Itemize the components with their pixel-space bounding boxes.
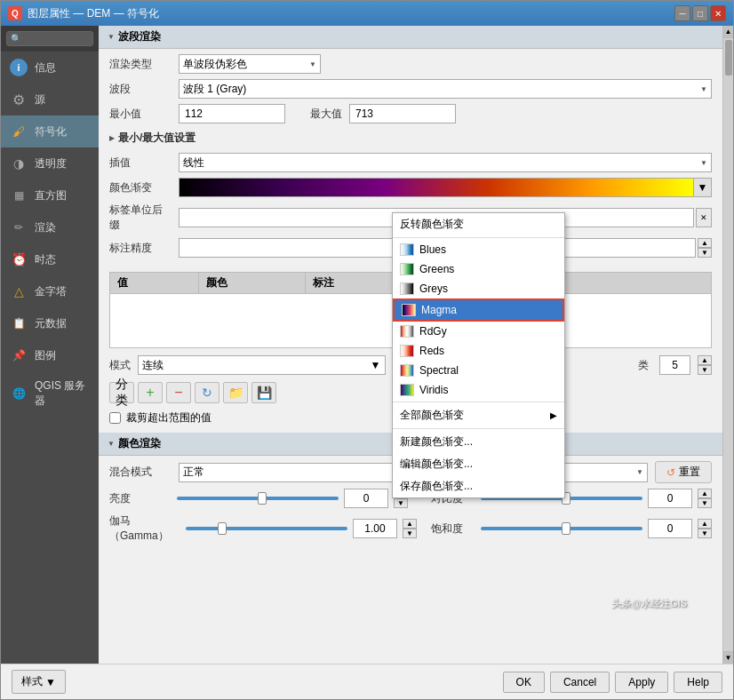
sidebar-label-info: 信息 bbox=[35, 60, 56, 76]
precision-spin-down[interactable]: ▼ bbox=[698, 248, 712, 258]
gamma-spin-down[interactable]: ▼ bbox=[403, 529, 417, 538]
sidebar-item-transparency[interactable]: ◑ 透明度 bbox=[1, 147, 99, 179]
sidebar-item-pyramid[interactable]: △ 金字塔 bbox=[1, 275, 99, 307]
interpolation-value: 线性 bbox=[183, 155, 204, 171]
precision-spin-up[interactable]: ▲ bbox=[698, 238, 712, 248]
dropdown-item-all-gradients[interactable]: 全部颜色渐变 ▶ bbox=[393, 404, 564, 426]
max-label: 最大值 bbox=[310, 107, 342, 122]
sidebar-label-symbolize: 符号化 bbox=[35, 124, 67, 139]
sidebar-item-info[interactable]: i 信息 bbox=[1, 52, 99, 84]
dropdown-item-reds[interactable]: Reds bbox=[393, 341, 564, 361]
greens-icon bbox=[400, 263, 414, 275]
sidebar-item-source[interactable]: ⚙ 源 bbox=[1, 84, 99, 115]
contrast-spin-up[interactable]: ▲ bbox=[698, 489, 712, 498]
add-button[interactable]: + bbox=[138, 382, 163, 403]
class-spin-down[interactable]: ▼ bbox=[698, 365, 712, 375]
dropdown-item-spectral[interactable]: Spectral bbox=[393, 361, 564, 380]
search-input-wrap[interactable]: 🔍 bbox=[6, 31, 93, 46]
sat-spin-up[interactable]: ▲ bbox=[698, 519, 712, 529]
dropdown-item-rdgy[interactable]: RdGy bbox=[393, 322, 564, 341]
window-title: 图层属性 — DEM — 符号化 bbox=[28, 6, 159, 21]
max-input[interactable] bbox=[349, 104, 456, 123]
mode-select[interactable]: 连续 ▼ bbox=[138, 355, 386, 375]
blend-label: 混合模式 bbox=[109, 465, 172, 480]
dropdown-item-greens[interactable]: Greens bbox=[393, 259, 564, 279]
band-select[interactable]: 波段 1 (Gray) ▼ bbox=[179, 79, 712, 99]
saturation-thumb[interactable] bbox=[562, 522, 570, 535]
class-input[interactable] bbox=[659, 355, 690, 375]
interpolation-row: 插值 线性 ▼ bbox=[109, 153, 712, 172]
gamma-spin-up[interactable]: ▲ bbox=[403, 519, 417, 529]
saturation-input[interactable] bbox=[648, 519, 692, 538]
color-render-triangle: ▼ bbox=[108, 440, 115, 448]
sidebar-label-qgis: QGIS 服务器 bbox=[35, 378, 90, 409]
sidebar-item-qgis[interactable]: 🌐 QGIS 服务器 bbox=[1, 371, 99, 416]
render-type-select[interactable]: 单波段伪彩色 ▼ bbox=[179, 54, 321, 74]
saturation-slider[interactable] bbox=[481, 527, 642, 530]
dropdown-item-viridis[interactable]: Viridis bbox=[393, 380, 564, 400]
class-spin-up[interactable]: ▲ bbox=[698, 355, 712, 365]
gamma-thumb[interactable] bbox=[218, 522, 227, 535]
dropdown-item-greys[interactable]: Greys bbox=[393, 279, 564, 298]
interp-arrow: ▼ bbox=[700, 159, 707, 167]
label-unit-clear[interactable]: ✕ bbox=[696, 208, 712, 227]
help-button[interactable]: Help bbox=[674, 672, 722, 693]
saturation-label: 饱和度 bbox=[431, 521, 475, 537]
close-button[interactable]: ✕ bbox=[710, 5, 726, 21]
symbolize-icon: 🖌 bbox=[10, 123, 28, 140]
reverse-label: 反转颜色渐变 bbox=[400, 217, 464, 232]
scroll-up-arrow[interactable]: ▲ bbox=[723, 26, 733, 38]
save-button[interactable]: 💾 bbox=[251, 382, 276, 403]
dropdown-item-reverse[interactable]: 反转颜色渐变 bbox=[393, 213, 564, 235]
scrollbar[interactable]: ▲ ▼ bbox=[722, 26, 733, 664]
gamma-slider[interactable] bbox=[186, 527, 347, 530]
dropdown-item-save-gradient[interactable]: 保存颜色渐变... bbox=[393, 475, 564, 497]
sidebar-item-time[interactable]: ⏰ 时态 bbox=[1, 243, 99, 275]
sidebar-label-metadata: 元数据 bbox=[35, 316, 67, 331]
apply-button[interactable]: Apply bbox=[615, 672, 668, 693]
scroll-down-arrow[interactable]: ▼ bbox=[723, 651, 733, 664]
sidebar-item-render[interactable]: ✏ 渲染 bbox=[1, 211, 99, 243]
edit-button[interactable]: ↻ bbox=[195, 382, 219, 403]
gamma-input[interactable] bbox=[353, 519, 397, 538]
dropdown-item-new-gradient[interactable]: 新建颜色渐变... bbox=[393, 431, 564, 453]
ok-button[interactable]: OK bbox=[503, 672, 545, 693]
interpolation-select[interactable]: 线性 ▼ bbox=[179, 153, 712, 172]
sidebar-label-legend: 图例 bbox=[35, 348, 56, 363]
sidebar-item-metadata[interactable]: 📋 元数据 bbox=[1, 307, 99, 339]
brightness-thumb[interactable] bbox=[258, 492, 267, 505]
cancel-button[interactable]: Cancel bbox=[550, 672, 610, 693]
brightness-slider-wrap bbox=[177, 497, 339, 500]
sidebar-item-histogram[interactable]: ▦ 直方图 bbox=[1, 179, 99, 211]
sidebar-item-symbolize[interactable]: 🖌 符号化 bbox=[1, 115, 99, 147]
bright-spin-down[interactable]: ▼ bbox=[394, 498, 408, 508]
style-button[interactable]: 样式 ▼ bbox=[12, 670, 66, 694]
folder-button[interactable]: 📁 bbox=[223, 382, 248, 403]
dropdown-item-blues[interactable]: Blues bbox=[393, 240, 564, 259]
class-label: 类 bbox=[638, 358, 649, 373]
contrast-spin-down[interactable]: ▼ bbox=[698, 498, 712, 508]
band-render-title: 波段渲染 bbox=[118, 29, 161, 44]
clip-checkbox[interactable] bbox=[109, 412, 121, 424]
dropdown-item-magma[interactable]: Magma bbox=[393, 298, 564, 322]
minimize-button[interactable]: ─ bbox=[674, 5, 690, 21]
sat-spin-down[interactable]: ▼ bbox=[698, 529, 712, 538]
remove-button[interactable]: − bbox=[166, 382, 191, 403]
label-unit-label: 标签单位后缀 bbox=[109, 203, 172, 233]
dropdown-item-edit-gradient[interactable]: 编辑颜色渐变... bbox=[393, 453, 564, 475]
maximize-button[interactable]: □ bbox=[692, 5, 708, 21]
contrast-input[interactable] bbox=[648, 489, 692, 508]
scroll-thumb[interactable] bbox=[725, 40, 732, 76]
brightness-input[interactable] bbox=[344, 489, 388, 508]
style-label: 样式 bbox=[21, 674, 43, 689]
brightness-slider[interactable] bbox=[177, 497, 339, 500]
minmax-settings-row[interactable]: ▶ 最小/最大值设置 bbox=[109, 129, 712, 147]
gradient-dropdown-arrow[interactable]: ▼ bbox=[694, 178, 712, 197]
min-input[interactable] bbox=[179, 104, 285, 123]
classify-button[interactable]: 分类 bbox=[109, 382, 134, 403]
reset-button[interactable]: ↺ 重置 bbox=[655, 461, 712, 483]
gradient-select[interactable]: ▼ bbox=[179, 178, 712, 197]
search-bar: 🔍 bbox=[1, 26, 99, 52]
triangle-icon: ▼ bbox=[108, 33, 115, 41]
sidebar-item-legend[interactable]: 📌 图例 bbox=[1, 339, 99, 371]
